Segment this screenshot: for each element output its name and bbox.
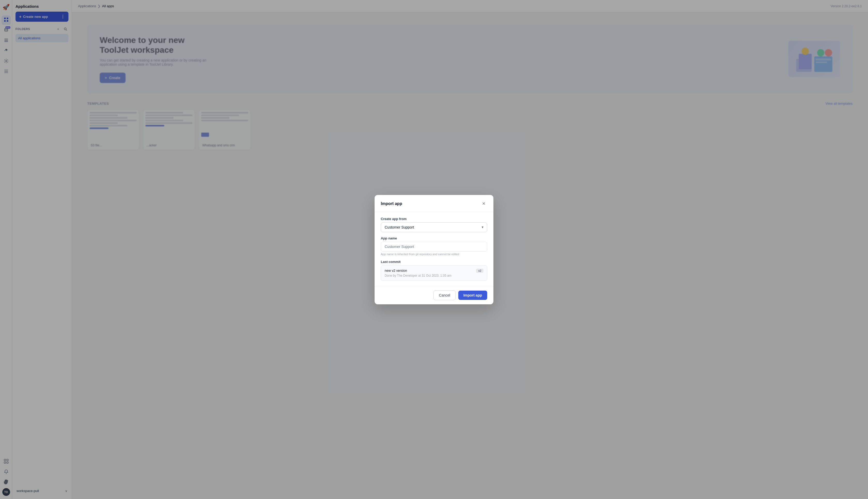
app-name-label: App name <box>381 236 487 240</box>
last-commit-label: Last commit <box>381 260 487 264</box>
modal-close-button[interactable]: ✕ <box>480 200 487 207</box>
create-from-label: Create app from <box>381 217 487 221</box>
import-app-button[interactable]: Import app <box>458 291 487 300</box>
commit-meta: Done by The Developer at 31 Oct 2023, 1:… <box>385 274 483 277</box>
modal-footer: Cancel Import app <box>375 286 493 304</box>
modal-body: Create app from Customer Support ▼ App n… <box>375 212 493 286</box>
modal-overlay: Import app ✕ Create app from Customer Su… <box>0 0 868 499</box>
app-name-input[interactable] <box>381 242 487 252</box>
app-name-hint: App name is inherited from git repositor… <box>381 253 487 256</box>
commit-version-badge: v2 <box>476 269 483 273</box>
create-from-select[interactable]: Customer Support <box>381 222 487 232</box>
modal-header: Import app ✕ <box>375 195 493 212</box>
import-app-modal: Import app ✕ Create app from Customer Su… <box>375 195 493 304</box>
cancel-button[interactable]: Cancel <box>433 290 456 300</box>
create-from-select-wrapper: Customer Support ▼ <box>381 222 487 232</box>
commit-message: new v2 version <box>385 269 407 272</box>
modal-title: Import app <box>381 202 402 206</box>
commit-box: new v2 version v2 Done by The Developer … <box>381 265 487 281</box>
commit-row: new v2 version v2 <box>385 269 483 273</box>
